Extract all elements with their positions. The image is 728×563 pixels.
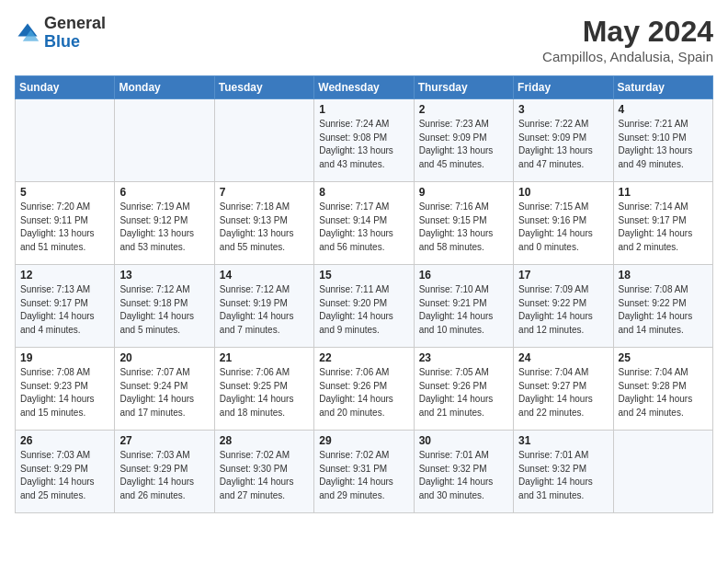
calendar-cell: 31Sunrise: 7:01 AM Sunset: 9:32 PM Dayli… bbox=[514, 431, 613, 513]
day-info: Sunrise: 7:21 AM Sunset: 9:10 PM Dayligh… bbox=[619, 118, 708, 171]
day-info: Sunrise: 7:04 AM Sunset: 9:28 PM Dayligh… bbox=[619, 366, 708, 419]
calendar-cell: 5Sunrise: 7:20 AM Sunset: 9:11 PM Daylig… bbox=[16, 182, 115, 265]
logo-line1: General bbox=[44, 15, 106, 33]
day-number: 12 bbox=[20, 269, 109, 282]
day-number: 19 bbox=[20, 351, 109, 364]
weekday-header: Tuesday bbox=[214, 76, 313, 99]
day-info: Sunrise: 7:05 AM Sunset: 9:26 PM Dayligh… bbox=[419, 366, 508, 419]
day-info: Sunrise: 7:03 AM Sunset: 9:29 PM Dayligh… bbox=[20, 449, 109, 502]
day-number: 29 bbox=[319, 434, 408, 447]
calendar-table: SundayMondayTuesdayWednesdayThursdayFrid… bbox=[15, 75, 713, 513]
day-info: Sunrise: 7:01 AM Sunset: 9:32 PM Dayligh… bbox=[518, 449, 608, 502]
calendar-cell bbox=[115, 99, 214, 182]
calendar-cell: 19Sunrise: 7:08 AM Sunset: 9:23 PM Dayli… bbox=[16, 348, 115, 431]
weekday-header: Wednesday bbox=[314, 76, 414, 99]
calendar-cell: 3Sunrise: 7:22 AM Sunset: 9:09 PM Daylig… bbox=[514, 99, 613, 182]
day-number: 16 bbox=[419, 269, 508, 282]
day-number: 21 bbox=[220, 351, 309, 364]
day-number: 13 bbox=[119, 269, 209, 282]
day-number: 11 bbox=[619, 186, 708, 199]
day-number: 4 bbox=[619, 103, 708, 116]
page-header: General Blue May 2024 Campillos, Andalus… bbox=[15, 15, 713, 64]
calendar-cell: 4Sunrise: 7:21 AM Sunset: 9:10 PM Daylig… bbox=[613, 99, 712, 182]
day-number: 25 bbox=[619, 351, 708, 364]
day-info: Sunrise: 7:01 AM Sunset: 9:32 PM Dayligh… bbox=[419, 449, 508, 502]
weekday-header: Sunday bbox=[16, 76, 115, 99]
day-number: 20 bbox=[119, 351, 209, 364]
day-info: Sunrise: 7:06 AM Sunset: 9:25 PM Dayligh… bbox=[220, 366, 309, 419]
day-info: Sunrise: 7:16 AM Sunset: 9:15 PM Dayligh… bbox=[419, 201, 508, 254]
calendar-cell: 24Sunrise: 7:04 AM Sunset: 9:27 PM Dayli… bbox=[514, 348, 613, 431]
day-number: 8 bbox=[319, 186, 408, 199]
calendar-cell: 23Sunrise: 7:05 AM Sunset: 9:26 PM Dayli… bbox=[414, 348, 513, 431]
weekday-header: Saturday bbox=[613, 76, 712, 99]
calendar-cell: 30Sunrise: 7:01 AM Sunset: 9:32 PM Dayli… bbox=[414, 431, 513, 513]
calendar-cell: 6Sunrise: 7:19 AM Sunset: 9:12 PM Daylig… bbox=[115, 182, 214, 265]
day-info: Sunrise: 7:10 AM Sunset: 9:21 PM Dayligh… bbox=[419, 283, 508, 337]
day-info: Sunrise: 7:03 AM Sunset: 9:29 PM Dayligh… bbox=[119, 449, 209, 502]
day-number: 22 bbox=[319, 351, 408, 364]
calendar-cell: 2Sunrise: 7:23 AM Sunset: 9:09 PM Daylig… bbox=[414, 99, 513, 182]
calendar-cell bbox=[613, 431, 712, 513]
weekday-header: Thursday bbox=[414, 76, 513, 99]
day-number: 2 bbox=[419, 103, 508, 116]
day-info: Sunrise: 7:04 AM Sunset: 9:27 PM Dayligh… bbox=[518, 366, 608, 419]
day-info: Sunrise: 7:12 AM Sunset: 9:19 PM Dayligh… bbox=[220, 283, 309, 337]
day-info: Sunrise: 7:22 AM Sunset: 9:09 PM Dayligh… bbox=[518, 118, 608, 171]
calendar-cell: 21Sunrise: 7:06 AM Sunset: 9:25 PM Dayli… bbox=[214, 348, 313, 431]
calendar-cell: 13Sunrise: 7:12 AM Sunset: 9:18 PM Dayli… bbox=[115, 265, 214, 348]
day-info: Sunrise: 7:12 AM Sunset: 9:18 PM Dayligh… bbox=[119, 283, 209, 337]
day-number: 5 bbox=[20, 186, 109, 199]
day-info: Sunrise: 7:08 AM Sunset: 9:22 PM Dayligh… bbox=[619, 283, 708, 337]
day-info: Sunrise: 7:06 AM Sunset: 9:26 PM Dayligh… bbox=[319, 366, 408, 419]
day-info: Sunrise: 7:24 AM Sunset: 9:08 PM Dayligh… bbox=[319, 118, 408, 171]
day-info: Sunrise: 7:02 AM Sunset: 9:30 PM Dayligh… bbox=[220, 449, 309, 502]
day-number: 1 bbox=[319, 103, 408, 116]
weekday-header: Friday bbox=[514, 76, 613, 99]
day-info: Sunrise: 7:13 AM Sunset: 9:17 PM Dayligh… bbox=[20, 283, 109, 337]
day-info: Sunrise: 7:14 AM Sunset: 9:17 PM Dayligh… bbox=[619, 201, 708, 254]
calendar-cell: 16Sunrise: 7:10 AM Sunset: 9:21 PM Dayli… bbox=[414, 265, 513, 348]
day-info: Sunrise: 7:17 AM Sunset: 9:14 PM Dayligh… bbox=[319, 201, 408, 254]
calendar-cell: 7Sunrise: 7:18 AM Sunset: 9:13 PM Daylig… bbox=[214, 182, 313, 265]
calendar-cell: 27Sunrise: 7:03 AM Sunset: 9:29 PM Dayli… bbox=[115, 431, 214, 513]
day-info: Sunrise: 7:08 AM Sunset: 9:23 PM Dayligh… bbox=[20, 366, 109, 419]
day-info: Sunrise: 7:02 AM Sunset: 9:31 PM Dayligh… bbox=[319, 449, 408, 502]
day-number: 10 bbox=[518, 186, 608, 199]
day-number: 17 bbox=[518, 269, 608, 282]
day-number: 3 bbox=[518, 103, 608, 116]
day-number: 26 bbox=[20, 434, 109, 447]
calendar-week-row: 19Sunrise: 7:08 AM Sunset: 9:23 PM Dayli… bbox=[16, 348, 713, 431]
logo-line2: Blue bbox=[44, 33, 106, 52]
day-number: 14 bbox=[220, 269, 309, 282]
day-number: 9 bbox=[419, 186, 508, 199]
weekday-header: Monday bbox=[115, 76, 214, 99]
day-info: Sunrise: 7:23 AM Sunset: 9:09 PM Dayligh… bbox=[419, 118, 508, 171]
day-number: 31 bbox=[518, 434, 608, 447]
day-number: 18 bbox=[619, 269, 708, 282]
calendar-cell: 22Sunrise: 7:06 AM Sunset: 9:26 PM Dayli… bbox=[314, 348, 414, 431]
weekday-header-row: SundayMondayTuesdayWednesdayThursdayFrid… bbox=[16, 76, 713, 99]
day-number: 27 bbox=[119, 434, 209, 447]
logo: General Blue bbox=[15, 15, 106, 52]
calendar-cell: 14Sunrise: 7:12 AM Sunset: 9:19 PM Dayli… bbox=[214, 265, 313, 348]
day-number: 30 bbox=[419, 434, 508, 447]
title-block: May 2024 Campillos, Andalusia, Spain bbox=[542, 15, 713, 64]
calendar-cell: 26Sunrise: 7:03 AM Sunset: 9:29 PM Dayli… bbox=[16, 431, 115, 513]
calendar-week-row: 1Sunrise: 7:24 AM Sunset: 9:08 PM Daylig… bbox=[16, 99, 713, 182]
day-info: Sunrise: 7:19 AM Sunset: 9:12 PM Dayligh… bbox=[119, 201, 209, 254]
calendar-cell: 28Sunrise: 7:02 AM Sunset: 9:30 PM Dayli… bbox=[214, 431, 313, 513]
day-number: 28 bbox=[220, 434, 309, 447]
calendar-cell: 20Sunrise: 7:07 AM Sunset: 9:24 PM Dayli… bbox=[115, 348, 214, 431]
calendar-cell: 1Sunrise: 7:24 AM Sunset: 9:08 PM Daylig… bbox=[314, 99, 414, 182]
day-number: 24 bbox=[518, 351, 608, 364]
day-info: Sunrise: 7:11 AM Sunset: 9:20 PM Dayligh… bbox=[319, 283, 408, 337]
location: Campillos, Andalusia, Spain bbox=[542, 49, 713, 64]
calendar-cell: 29Sunrise: 7:02 AM Sunset: 9:31 PM Dayli… bbox=[314, 431, 414, 513]
calendar-cell: 17Sunrise: 7:09 AM Sunset: 9:22 PM Dayli… bbox=[514, 265, 613, 348]
calendar-week-row: 12Sunrise: 7:13 AM Sunset: 9:17 PM Dayli… bbox=[16, 265, 713, 348]
day-info: Sunrise: 7:07 AM Sunset: 9:24 PM Dayligh… bbox=[119, 366, 209, 419]
calendar-week-row: 26Sunrise: 7:03 AM Sunset: 9:29 PM Dayli… bbox=[16, 431, 713, 513]
day-number: 23 bbox=[419, 351, 508, 364]
calendar-cell: 18Sunrise: 7:08 AM Sunset: 9:22 PM Dayli… bbox=[613, 265, 712, 348]
